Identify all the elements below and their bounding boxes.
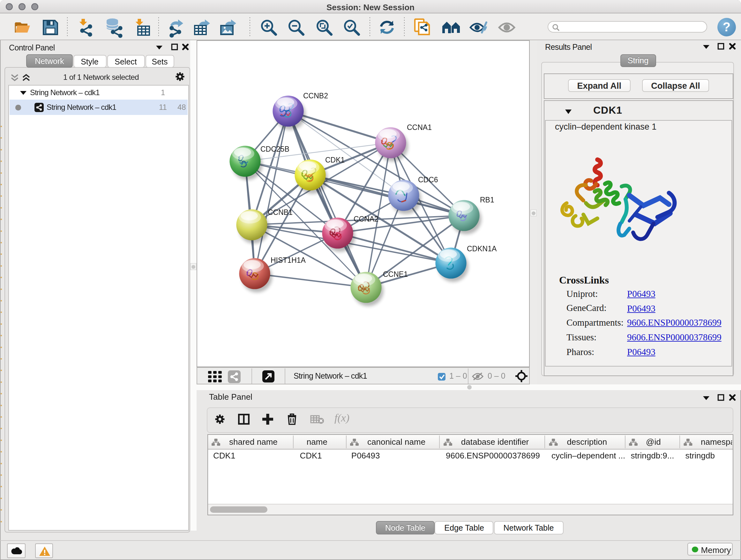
svg-text:CDC25B: CDC25B xyxy=(260,145,289,153)
svg-text:CDK1: CDK1 xyxy=(300,451,322,460)
svg-text:stringdb: stringdb xyxy=(685,451,715,460)
svg-text:CCNB2: CCNB2 xyxy=(303,91,328,100)
svg-text:CDK1: CDK1 xyxy=(325,156,345,164)
svg-text:9606.ENSP00000378699: 9606.ENSP00000378699 xyxy=(446,451,540,460)
svg-text:namespace: namespace xyxy=(701,437,732,447)
svg-text:CCNA1: CCNA1 xyxy=(407,123,432,132)
svg-text:P06493: P06493 xyxy=(351,451,380,460)
svg-text:@id: @id xyxy=(646,437,661,447)
svg-text:CDC6: CDC6 xyxy=(418,176,438,184)
svg-text:HIST1H1A: HIST1H1A xyxy=(271,256,306,264)
svg-text:RB1: RB1 xyxy=(480,196,494,204)
svg-text:cyclin–dependent ...: cyclin–dependent ... xyxy=(551,451,625,460)
svg-text:CCNA2: CCNA2 xyxy=(354,215,379,223)
svg-text:stringdb:9...: stringdb:9... xyxy=(631,451,674,460)
svg-text:database identifier: database identifier xyxy=(461,437,529,447)
svg-text:shared name: shared name xyxy=(229,437,278,447)
svg-text:CCNB1: CCNB1 xyxy=(268,208,293,216)
svg-text:canonical name: canonical name xyxy=(367,437,425,447)
svg-text:CDK1: CDK1 xyxy=(213,451,235,460)
svg-text:name: name xyxy=(307,437,327,447)
svg-text:CCNE1: CCNE1 xyxy=(383,270,408,278)
svg-text:CDKN1A: CDKN1A xyxy=(467,245,497,253)
svg-text:description: description xyxy=(567,437,607,447)
